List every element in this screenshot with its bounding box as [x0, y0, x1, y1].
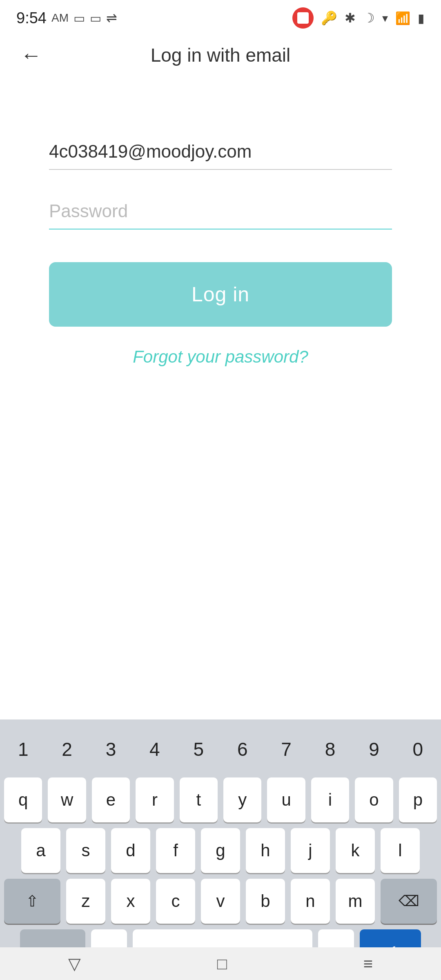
signal-icon: ▾	[382, 11, 388, 25]
nav-back-icon[interactable]: ▽	[68, 954, 81, 973]
key-l[interactable]: l	[381, 828, 420, 873]
key-s[interactable]: s	[66, 828, 105, 873]
key-p[interactable]: p	[399, 777, 437, 822]
back-button[interactable]: ←	[20, 45, 42, 66]
camera-icon: ▭	[74, 11, 85, 25]
key-t[interactable]: t	[180, 777, 218, 822]
nav-bar: ▽ □ ≡	[0, 947, 441, 980]
key-z[interactable]: z	[66, 879, 105, 924]
key-u[interactable]: u	[267, 777, 305, 822]
key-6[interactable]: 6	[223, 727, 261, 772]
battery-icon: ▮	[418, 11, 425, 25]
key-b[interactable]: b	[246, 879, 285, 924]
login-button[interactable]: Log in	[49, 262, 392, 327]
key-c[interactable]: c	[156, 879, 195, 924]
key-1[interactable]: 1	[4, 727, 42, 772]
key-y[interactable]: y	[223, 777, 261, 822]
key-w[interactable]: w	[48, 777, 86, 822]
password-group	[49, 194, 392, 229]
delete-key[interactable]: ⌫	[381, 879, 437, 924]
key-x[interactable]: x	[111, 879, 150, 924]
status-time: 9:54	[16, 9, 47, 27]
bluetooth-icon: ✱	[345, 10, 356, 26]
key-2[interactable]: 2	[48, 727, 86, 772]
page-title: Log in with email	[151, 44, 291, 66]
shift-key[interactable]: ⇧	[4, 879, 60, 924]
key-g[interactable]: g	[201, 828, 240, 873]
key-j[interactable]: j	[291, 828, 330, 873]
camera2-icon: ▭	[90, 11, 101, 25]
keyboard-row3: ⇧ z x c v b n m ⌫	[0, 879, 441, 924]
key-n[interactable]: n	[291, 879, 330, 924]
keyboard-row1: q w e r t y u i o p	[0, 777, 441, 822]
status-ampm: AM	[51, 11, 69, 24]
recording-icon	[292, 7, 314, 29]
key-i[interactable]: i	[311, 777, 349, 822]
key-5[interactable]: 5	[180, 727, 218, 772]
app-header: ← Log in with email	[0, 33, 441, 78]
moon-icon: ☽	[363, 10, 375, 26]
key-3[interactable]: 3	[92, 727, 130, 772]
key-m[interactable]: m	[336, 879, 375, 924]
wifi-icon: 📶	[395, 11, 410, 25]
email-input[interactable]	[49, 135, 392, 170]
status-right: 🔑 ✱ ☽ ▾ 📶 ▮	[292, 7, 425, 29]
key-icon: 🔑	[321, 10, 337, 26]
key-9[interactable]: 9	[355, 727, 393, 772]
key-q[interactable]: q	[4, 777, 42, 822]
nav-home-icon[interactable]: □	[217, 955, 227, 973]
password-input[interactable]	[49, 194, 392, 229]
key-a[interactable]: a	[21, 828, 60, 873]
cast-icon: ⇌	[106, 10, 117, 26]
status-bar: 9:54 AM ▭ ▭ ⇌ 🔑 ✱ ☽ ▾ 📶 ▮	[0, 0, 441, 33]
key-r[interactable]: r	[136, 777, 174, 822]
key-7[interactable]: 7	[267, 727, 305, 772]
forgot-password-link[interactable]: Forgot your password?	[49, 347, 392, 367]
status-left: 9:54 AM ▭ ▭ ⇌	[16, 9, 117, 27]
keyboard-row2: a s d f g h j k l	[0, 828, 441, 873]
login-form: Log in Forgot your password?	[0, 135, 441, 367]
nav-menu-icon[interactable]: ≡	[363, 955, 373, 973]
key-0[interactable]: 0	[399, 727, 437, 772]
key-d[interactable]: d	[111, 828, 150, 873]
key-8[interactable]: 8	[311, 727, 349, 772]
key-v[interactable]: v	[201, 879, 240, 924]
key-e[interactable]: e	[92, 777, 130, 822]
keyboard-numbers-row: 1 2 3 4 5 6 7 8 9 0	[0, 727, 441, 772]
email-group	[49, 135, 392, 170]
keyboard-container: 1 2 3 4 5 6 7 8 9 0 q w e r t y u i o p …	[0, 719, 441, 980]
key-h[interactable]: h	[246, 828, 285, 873]
key-4[interactable]: 4	[136, 727, 174, 772]
key-f[interactable]: f	[156, 828, 195, 873]
key-o[interactable]: o	[355, 777, 393, 822]
key-k[interactable]: k	[336, 828, 375, 873]
